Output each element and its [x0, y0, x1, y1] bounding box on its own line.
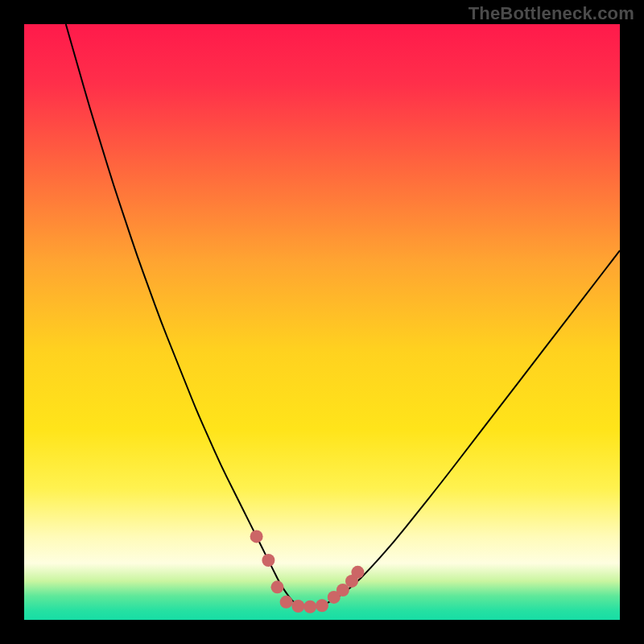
marker-dot: [316, 599, 328, 612]
plot-area: [24, 24, 620, 620]
marker-dot: [303, 601, 316, 613]
marker-dot: [351, 566, 364, 579]
marker-dot: [262, 554, 275, 567]
chart-frame: TheBottleneck.com: [0, 0, 644, 644]
marker-dot: [250, 530, 263, 543]
markers-layer: [24, 24, 620, 620]
marker-dot: [271, 580, 284, 593]
curve-markers: [250, 530, 365, 613]
marker-dot: [291, 600, 304, 613]
watermark-text: TheBottleneck.com: [469, 3, 634, 24]
marker-dot: [280, 596, 293, 609]
